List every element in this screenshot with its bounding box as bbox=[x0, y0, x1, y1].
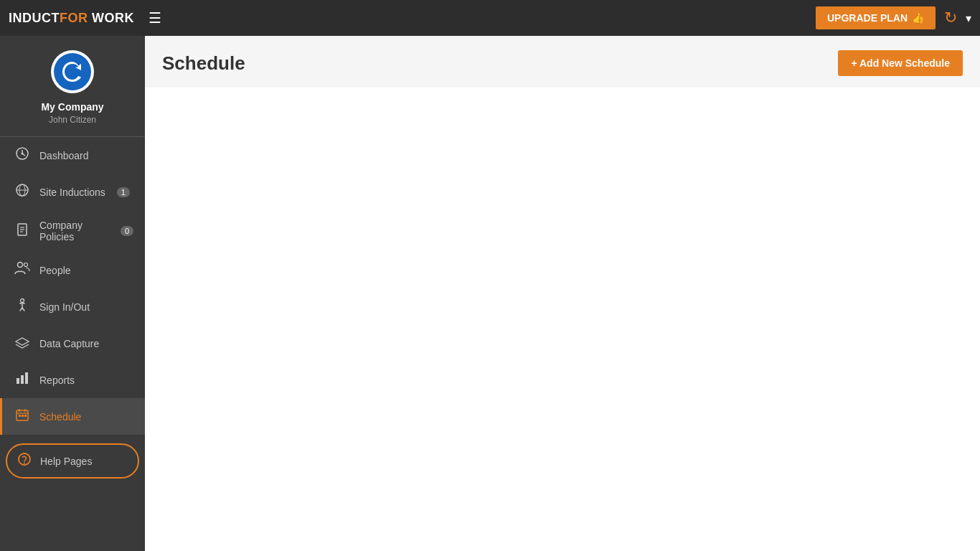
header-right: UPGRADE PLAN 👍 ↻ ▾ bbox=[816, 6, 971, 30]
page-title: Schedule bbox=[162, 52, 245, 75]
company-policies-badge: 0 bbox=[121, 226, 133, 236]
user-name: John Citizen bbox=[49, 115, 96, 125]
avatar-svg bbox=[54, 53, 91, 90]
schedule-label: Schedule bbox=[39, 411, 81, 423]
globe-icon-svg bbox=[15, 183, 29, 197]
svg-point-0 bbox=[54, 53, 91, 90]
sidebar-item-help-pages[interactable]: Help Pages bbox=[6, 443, 139, 479]
help-icon bbox=[16, 452, 33, 470]
walking-icon-svg bbox=[15, 298, 29, 312]
svg-point-10 bbox=[18, 263, 23, 268]
dashboard-icon bbox=[14, 146, 31, 164]
site-inductions-label: Site Inductions bbox=[39, 187, 105, 198]
help-pages-label: Help Pages bbox=[40, 456, 92, 467]
sidebar-item-schedule[interactable]: Schedule bbox=[0, 398, 145, 435]
reports-label: Reports bbox=[39, 375, 75, 386]
data-capture-label: Data Capture bbox=[39, 338, 99, 349]
company-policies-label: Company Policies bbox=[39, 220, 109, 242]
sidebar-item-data-capture[interactable]: Data Capture bbox=[0, 325, 145, 362]
avatar bbox=[51, 50, 94, 93]
bar-chart-icon-svg bbox=[15, 371, 29, 385]
svg-rect-15 bbox=[25, 372, 28, 384]
company-profile: My Company John Citizen bbox=[0, 36, 145, 137]
dashboard-label: Dashboard bbox=[39, 150, 89, 161]
document-icon-svg bbox=[15, 222, 29, 237]
add-new-schedule-button[interactable]: + Add New Schedule bbox=[838, 50, 963, 76]
svg-point-24 bbox=[24, 463, 25, 464]
reports-icon bbox=[14, 371, 31, 389]
schedule-icon bbox=[14, 408, 31, 425]
people-icon bbox=[14, 261, 31, 279]
main-layout: My Company John Citizen Dashboard bbox=[0, 36, 980, 551]
thumbs-up-icon: 👍 bbox=[912, 12, 924, 24]
layers-icon-svg bbox=[14, 334, 30, 349]
upgrade-plan-button[interactable]: UPGRADE PLAN 👍 bbox=[816, 6, 936, 29]
company-policies-icon bbox=[14, 222, 31, 240]
people-label: People bbox=[39, 265, 71, 276]
svg-rect-22 bbox=[24, 415, 27, 417]
people-icon-svg bbox=[14, 261, 30, 276]
top-header: INDUCTFOR WORK ☰ UPGRADE PLAN 👍 ↻ ▾ bbox=[0, 0, 980, 36]
logo-text: INDUCTFOR WORK bbox=[9, 11, 134, 26]
calendar-icon-svg bbox=[15, 408, 29, 422]
svg-rect-21 bbox=[22, 415, 24, 417]
sidebar-item-dashboard[interactable]: Dashboard bbox=[0, 137, 145, 174]
question-circle-icon-svg bbox=[17, 452, 32, 466]
svg-point-12 bbox=[21, 299, 24, 303]
logo-work: WORK bbox=[88, 11, 135, 25]
upgrade-label: UPGRADE PLAN bbox=[827, 12, 908, 24]
sidebar-item-site-inductions[interactable]: Site Inductions 1 bbox=[0, 174, 145, 210]
sidebar-item-sign-in-out[interactable]: Sign In/Out bbox=[0, 288, 145, 325]
sidebar-item-people[interactable]: People bbox=[0, 252, 145, 288]
header-left: INDUCTFOR WORK ☰ bbox=[9, 6, 167, 29]
content-body bbox=[145, 88, 980, 551]
company-name: My Company bbox=[41, 100, 103, 113]
logo: INDUCTFOR WORK bbox=[9, 11, 134, 26]
svg-point-2 bbox=[22, 153, 24, 155]
sign-in-out-icon bbox=[14, 298, 31, 316]
refresh-button[interactable]: ↻ bbox=[941, 6, 960, 30]
hamburger-button[interactable]: ☰ bbox=[143, 6, 167, 29]
svg-rect-14 bbox=[21, 375, 24, 384]
dashboard-icon-svg bbox=[15, 146, 29, 161]
main-content: Schedule + Add New Schedule bbox=[145, 36, 980, 551]
logo-for: FOR bbox=[60, 11, 88, 25]
sidebar: My Company John Citizen Dashboard bbox=[0, 36, 145, 551]
dropdown-arrow-button[interactable]: ▾ bbox=[966, 11, 971, 25]
svg-rect-13 bbox=[17, 378, 19, 384]
site-inductions-badge: 1 bbox=[117, 187, 130, 197]
content-header: Schedule + Add New Schedule bbox=[145, 36, 980, 88]
logo-induct: INDUCT bbox=[9, 11, 60, 25]
svg-rect-20 bbox=[19, 415, 21, 417]
svg-point-11 bbox=[24, 263, 28, 267]
data-capture-icon bbox=[14, 334, 31, 352]
sign-in-out-label: Sign In/Out bbox=[39, 301, 90, 313]
site-inductions-icon bbox=[14, 183, 31, 201]
sidebar-item-company-policies[interactable]: Company Policies 0 bbox=[0, 210, 145, 252]
sidebar-item-reports[interactable]: Reports bbox=[0, 362, 145, 398]
